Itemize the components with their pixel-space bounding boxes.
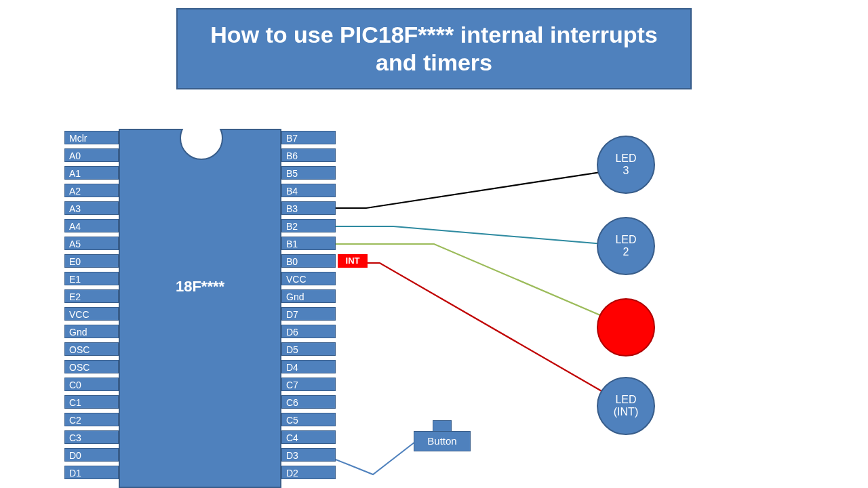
pin-right-17: C4 bbox=[281, 430, 336, 444]
pin-right-7: B0 bbox=[281, 254, 336, 268]
pin-right-16: C5 bbox=[281, 413, 336, 426]
led-int-node: LED (INT) bbox=[597, 377, 655, 435]
pin-left-19: D1 bbox=[64, 466, 119, 479]
pin-left-3: A2 bbox=[64, 184, 119, 197]
pin-left-6: A5 bbox=[64, 237, 119, 250]
pin-right-4: B3 bbox=[281, 201, 336, 215]
pin-left-0: Mclr bbox=[64, 131, 119, 144]
pin-right-15: C6 bbox=[281, 395, 336, 409]
page-title: How to use PIC18F**** internal interrupt… bbox=[176, 8, 692, 89]
chip-notch bbox=[180, 117, 223, 160]
pin-left-15: C1 bbox=[64, 395, 119, 409]
pin-left-16: C2 bbox=[64, 413, 119, 426]
pin-right-10: D7 bbox=[281, 307, 336, 321]
button-box: Button bbox=[414, 431, 471, 451]
pin-left-10: VCC bbox=[64, 307, 119, 321]
pin-right-1: B6 bbox=[281, 148, 336, 162]
pin-right-11: D6 bbox=[281, 325, 336, 338]
pin-left-9: E2 bbox=[64, 289, 119, 303]
led3-node: LED 3 bbox=[597, 136, 655, 194]
pin-left-8: E1 bbox=[64, 272, 119, 285]
chip-label: 18F**** bbox=[176, 278, 224, 296]
pin-left-17: C3 bbox=[64, 430, 119, 444]
pin-right-13: D4 bbox=[281, 360, 336, 373]
pin-right-0: B7 bbox=[281, 131, 336, 144]
pin-left-4: A3 bbox=[64, 201, 119, 215]
button-tab bbox=[433, 420, 452, 432]
pin-left-18: D0 bbox=[64, 448, 119, 462]
pin-right-9: Gnd bbox=[281, 289, 336, 303]
led2-node: LED 2 bbox=[597, 217, 655, 275]
pin-right-19: D2 bbox=[281, 466, 336, 479]
pin-right-6: B1 bbox=[281, 237, 336, 250]
pin-right-3: B4 bbox=[281, 184, 336, 197]
pin-right-12: D5 bbox=[281, 342, 336, 356]
pin-left-11: Gnd bbox=[64, 325, 119, 338]
chip-body: 18F**** bbox=[119, 129, 281, 488]
pin-right-14: C7 bbox=[281, 378, 336, 391]
pin-left-7: E0 bbox=[64, 254, 119, 268]
pin-left-5: A4 bbox=[64, 219, 119, 232]
pin-right-2: B5 bbox=[281, 166, 336, 180]
pin-left-2: A1 bbox=[64, 166, 119, 180]
int-tag: INT bbox=[338, 254, 368, 268]
pin-left-14: C0 bbox=[64, 378, 119, 391]
pin-left-12: OSC bbox=[64, 342, 119, 356]
pin-left-13: OSC bbox=[64, 360, 119, 373]
pin-right-8: VCC bbox=[281, 272, 336, 285]
red-indicator bbox=[597, 298, 655, 357]
pin-left-1: A0 bbox=[64, 148, 119, 162]
pin-right-5: B2 bbox=[281, 219, 336, 232]
pin-right-18: D3 bbox=[281, 448, 336, 462]
